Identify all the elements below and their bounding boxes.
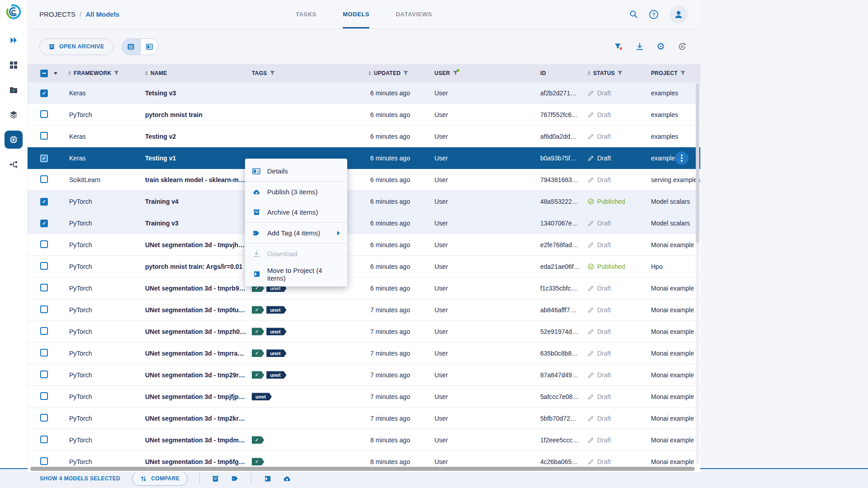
model-name[interactable]: UNet segmentation 3d - tmp6fg0… (145, 458, 252, 465)
row-checkbox[interactable] (40, 220, 48, 227)
column-header-status[interactable]: STATUS (593, 70, 615, 76)
row-checkbox[interactable] (40, 327, 48, 335)
model-name[interactable]: pytorch mnist train: Args/lr=0.01 (145, 263, 252, 270)
breadcrumb-projects-link[interactable]: PROJECTS (39, 10, 75, 18)
table-row[interactable]: PyTorch UNet segmentation 3d - tmpdm4… 8… (28, 429, 700, 451)
table-row[interactable]: PyTorch Training v3 6 minutes ago User 1… (28, 212, 700, 234)
model-name[interactable]: UNet segmentation 3d - tmp2kr0… (145, 415, 252, 422)
sidebar-item-datasets[interactable] (5, 106, 23, 124)
column-header-updated[interactable]: UPDATED (374, 70, 401, 76)
table-row[interactable]: PyTorch UNet segmentation 3d - tmprb9d… … (28, 277, 700, 299)
column-header-user[interactable]: USER (434, 70, 450, 76)
breadcrumb-current-all-models[interactable]: All Models (85, 10, 119, 18)
compare-button[interactable]: COMPARE (132, 471, 188, 486)
row-checkbox[interactable] (40, 155, 48, 162)
table-view-toggle[interactable] (122, 39, 140, 55)
row-checkbox[interactable] (40, 175, 48, 183)
clearml-logo[interactable]: C (5, 3, 22, 22)
row-checkbox[interactable] (40, 262, 48, 270)
table-row[interactable]: PyTorch UNet segmentation 3d - tmpzh0… u… (28, 321, 700, 343)
sidebar-item-models[interactable] (5, 131, 23, 149)
table-row[interactable]: PyTorch UNet segmentation 3d - tmp0tu… u… (28, 299, 700, 321)
row-checkbox[interactable] (40, 89, 48, 97)
model-name[interactable]: Training v4 (145, 198, 252, 205)
sidebar-expand-button[interactable] (5, 31, 23, 49)
menu-item-details[interactable]: Details (245, 161, 347, 181)
table-row[interactable]: PyTorch pytorch mnist train 6 minutes ag… (28, 104, 700, 126)
filter-status-icon[interactable] (618, 70, 623, 76)
table-row[interactable]: PyTorch UNet segmentation 3d - tmp2kr0… … (28, 408, 700, 429)
row-checkbox[interactable] (40, 284, 48, 291)
sidebar-item-pipelines[interactable] (5, 155, 23, 174)
row-checkbox[interactable] (40, 414, 48, 422)
menu-item-publish[interactable]: Publish (3 items) (245, 182, 347, 202)
search-button[interactable] (629, 10, 638, 19)
model-name[interactable]: UNet segmentation 3d - tmpjfjpv… (145, 393, 252, 400)
model-name[interactable]: pytorch mnist train (145, 111, 252, 118)
row-checkbox[interactable] (40, 132, 48, 140)
tab-tasks[interactable]: TASKS (296, 0, 316, 28)
table-row[interactable]: PyTorch pytorch mnist train: Args/lr=0.0… (28, 256, 700, 277)
model-name[interactable]: UNet segmentation 3d - tmpzh0… (145, 328, 252, 335)
menu-item-archive[interactable]: Archive (4 items) (245, 202, 347, 222)
tab-models[interactable]: MODELS (343, 0, 369, 28)
row-checkbox[interactable] (40, 457, 48, 465)
column-header-framework[interactable]: FRAMEWORK (74, 70, 111, 76)
selection-dropdown-caret[interactable] (54, 72, 57, 75)
vertical-scrollbar-thumb[interactable] (696, 83, 699, 243)
filter-tags-icon[interactable] (270, 70, 275, 76)
column-header-id[interactable]: ID (540, 70, 546, 76)
row-checkbox[interactable] (40, 198, 48, 206)
model-name[interactable]: Tetsing v3 (145, 89, 252, 97)
model-name[interactable]: Testing v1 (145, 155, 252, 162)
tab-dataviews[interactable]: DATAVIEWS (396, 0, 432, 28)
footer-add-tag-button[interactable] (231, 475, 239, 482)
card-view-toggle[interactable] (140, 39, 158, 55)
sidebar-item-dashboard[interactable] (5, 56, 23, 74)
table-row[interactable]: Keras Tetsing v3 6 minutes ago User af2b… (28, 82, 700, 104)
sort-updated-icon[interactable] (368, 71, 371, 76)
model-name[interactable]: UNet segmentation 3d - tmp0tu… (145, 306, 252, 314)
table-row[interactable]: PyTorch UNet segmentation 3d - tmprrae… … (28, 343, 700, 364)
clear-filters-button[interactable] (614, 43, 623, 51)
horizontal-scrollbar[interactable] (30, 467, 695, 471)
model-name[interactable]: UNet segmentation 3d - tmp29rf… (145, 371, 252, 379)
menu-item-move-to-project[interactable]: Move to Project (4 items) (245, 264, 347, 284)
sort-name-icon[interactable] (145, 71, 148, 76)
show-selected-link[interactable]: SHOW 4 MODELS SELECTED (40, 475, 120, 482)
footer-publish-button[interactable] (283, 475, 291, 482)
model-name[interactable]: UNet segmentation 3d - tmpdm4… (145, 436, 252, 444)
column-header-project[interactable]: PROJECT (651, 70, 678, 76)
model-name[interactable]: UNet segmentation 3d - tmprb9d… (145, 285, 252, 292)
model-name[interactable]: Training v3 (145, 220, 252, 227)
table-row[interactable]: PyTorch UNet segmentation 3d - tmp29rf… … (28, 364, 700, 386)
row-checkbox[interactable] (40, 392, 48, 400)
filter-user-icon[interactable] (453, 70, 458, 76)
menu-item-add-tag[interactable]: Add Tag (4 items) (245, 223, 347, 243)
footer-move-to-project-button[interactable] (263, 475, 271, 483)
row-checkbox[interactable] (40, 305, 48, 313)
table-row[interactable]: PyTorch UNet segmentation 3d - tmpvjhyl…… (28, 234, 700, 256)
row-checkbox[interactable] (40, 436, 48, 443)
footer-archive-button[interactable] (212, 475, 219, 483)
sidebar-item-projects[interactable] (5, 81, 23, 99)
model-name[interactable]: UNet segmentation 3d - tmpvjhyl… (145, 241, 252, 249)
auto-refresh-button[interactable] (678, 42, 687, 51)
column-header-tags[interactable]: TAGS (252, 70, 267, 76)
column-header-name[interactable]: NAME (151, 70, 167, 76)
row-menu-kebab-button[interactable] (675, 151, 689, 165)
row-checkbox[interactable] (40, 349, 48, 357)
select-all-checkbox[interactable] (40, 70, 48, 77)
filter-framework-icon[interactable] (114, 70, 119, 76)
row-checkbox[interactable] (40, 110, 48, 118)
table-row[interactable]: PyTorch UNet segmentation 3d - tmpjfjpv…… (28, 386, 700, 408)
row-checkbox[interactable] (40, 240, 48, 248)
filter-updated-icon[interactable] (403, 70, 408, 76)
model-name[interactable]: UNet segmentation 3d - tmprrae… (145, 350, 252, 357)
download-table-button[interactable] (636, 42, 644, 51)
table-row[interactable]: PyTorch Training v4 6 minutes ago User 4… (28, 191, 700, 212)
user-avatar[interactable] (670, 5, 688, 23)
sort-framework-icon[interactable] (68, 71, 71, 76)
model-name[interactable]: train sklearn model - sklearn-mo… (145, 176, 252, 183)
table-row[interactable]: ScikitLearn train sklearn model - sklear… (28, 169, 700, 191)
